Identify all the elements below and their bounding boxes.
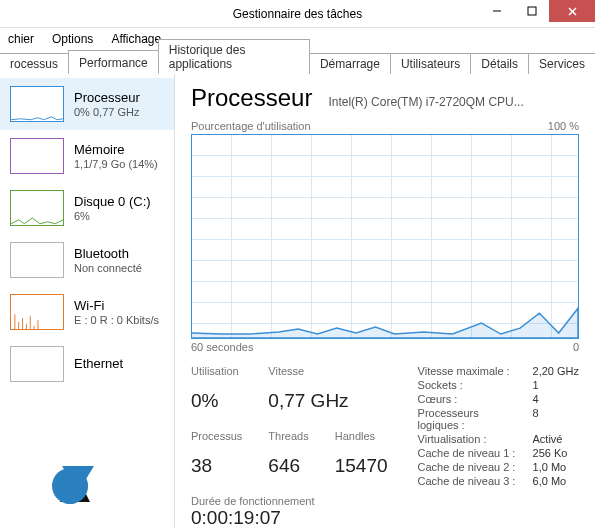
sidebar-mem-title: Mémoire [74, 142, 158, 157]
threads-label: Threads [268, 430, 308, 453]
sidebar-disk-sub: 6% [74, 210, 151, 222]
l1-label: Cache de niveau 1 : [418, 447, 517, 459]
threads-value: 646 [268, 455, 308, 488]
close-button[interactable] [549, 0, 595, 22]
minimize-button[interactable] [479, 0, 514, 22]
memory-thumbnail [10, 138, 64, 174]
maxspeed-label: Vitesse maximale : [418, 365, 517, 377]
content-area: Processeur 0% 0,77 GHz Mémoire 1,1/7,9 G… [0, 74, 595, 528]
sidebar: Processeur 0% 0,77 GHz Mémoire 1,1/7,9 G… [0, 74, 175, 528]
sidebar-item-ethernet[interactable]: Ethernet [0, 338, 174, 390]
tab-bar: rocessus Performance Historique des appl… [0, 50, 595, 74]
main-title: Processeur [191, 84, 312, 112]
sidebar-mem-sub: 1,1/7,9 Go (14%) [74, 158, 158, 170]
main-panel: Processeur Intel(R) Core(TM) i7-2720QM C… [175, 74, 595, 528]
sidebar-bt-sub: Non connecté [74, 262, 142, 274]
sidebar-disk-title: Disque 0 (C:) [74, 194, 151, 209]
sidebar-item-disk[interactable]: Disque 0 (C:) 6% [0, 182, 174, 234]
close-icon [567, 6, 578, 17]
svg-marker-12 [62, 466, 94, 492]
l2-label: Cache de niveau 2 : [418, 461, 517, 473]
tab-services[interactable]: Services [528, 53, 595, 74]
proc-value: 38 [191, 455, 242, 488]
chart-xmax: 0 [573, 341, 579, 353]
sidebar-item-bluetooth[interactable]: Bluetooth Non connecté [0, 234, 174, 286]
menu-options[interactable]: Options [44, 30, 101, 48]
svg-marker-11 [60, 472, 90, 502]
sidebar-item-wifi[interactable]: Wi-Fi E : 0 R : 0 Kbits/s [0, 286, 174, 338]
sidebar-wifi-title: Wi-Fi [74, 298, 159, 313]
window-controls [479, 0, 595, 22]
tab-processes[interactable]: rocessus [0, 53, 69, 74]
util-label: Utilisation [191, 365, 242, 388]
l2-value: 1,0 Mo [533, 461, 579, 473]
tab-performance[interactable]: Performance [68, 50, 159, 74]
handles-value: 15470 [335, 455, 388, 488]
maxspeed-value: 2,20 GHz [533, 365, 579, 377]
virt-value: Activé [533, 433, 579, 445]
watermark-logo [40, 442, 120, 512]
maximize-button[interactable] [514, 0, 549, 22]
sidebar-cpu-sub: 0% 0,77 GHz [74, 106, 140, 118]
logical-value: 8 [533, 407, 579, 431]
tab-details[interactable]: Détails [470, 53, 529, 74]
minimize-icon [492, 6, 502, 16]
sidebar-eth-title: Ethernet [74, 356, 123, 371]
title-bar: Gestionnaire des tâches [0, 0, 595, 28]
l3-value: 6,0 Mo [533, 475, 579, 487]
chart-ymax: 100 % [548, 120, 579, 132]
speed-label: Vitesse [268, 365, 308, 388]
sidebar-bt-title: Bluetooth [74, 246, 142, 261]
speed-value: 0,77 GHz [268, 390, 387, 423]
sidebar-item-cpu[interactable]: Processeur 0% 0,77 GHz [0, 78, 174, 130]
svg-rect-1 [528, 7, 536, 15]
tab-users[interactable]: Utilisateurs [390, 53, 471, 74]
sockets-label: Sockets : [418, 379, 517, 391]
handles-label: Handles [335, 430, 388, 453]
cores-label: Cœurs : [418, 393, 517, 405]
disk-thumbnail [10, 190, 64, 226]
cpu-usage-chart[interactable] [191, 134, 579, 339]
sockets-value: 1 [533, 379, 579, 391]
l1-value: 256 Ko [533, 447, 579, 459]
tab-startup[interactable]: Démarrage [309, 53, 391, 74]
stats-details: Vitesse maximale : 2,20 GHz Sockets : 1 … [418, 365, 579, 487]
sidebar-cpu-title: Processeur [74, 90, 140, 105]
logical-label: Processeurs logiques : [418, 407, 517, 431]
sidebar-item-memory[interactable]: Mémoire 1,1/7,9 Go (14%) [0, 130, 174, 182]
virt-label: Virtualisation : [418, 433, 517, 445]
wifi-thumbnail [10, 294, 64, 330]
bluetooth-thumbnail [10, 242, 64, 278]
ethernet-thumbnail [10, 346, 64, 382]
uptime-value: 0:00:19:07 [191, 507, 579, 528]
chart-ylabel: Pourcentage d'utilisation [191, 120, 311, 132]
uptime-label: Durée de fonctionnement [191, 495, 579, 507]
stats-primary: Utilisation Vitesse 0% 0,77 GHz Processu… [191, 365, 388, 487]
menu-file[interactable]: chier [0, 30, 42, 48]
util-value: 0% [191, 390, 242, 423]
main-subtitle: Intel(R) Core(TM) i7-2720QM CPU... [328, 95, 579, 109]
cpu-thumbnail [10, 86, 64, 122]
sidebar-wifi-sub: E : 0 R : 0 Kbits/s [74, 314, 159, 326]
proc-label: Processus [191, 430, 242, 453]
maximize-icon [527, 6, 537, 16]
chart-xmin: 60 secondes [191, 341, 253, 353]
tab-apphistory[interactable]: Historique des applications [158, 39, 310, 74]
l3-label: Cache de niveau 3 : [418, 475, 517, 487]
cores-value: 4 [533, 393, 579, 405]
